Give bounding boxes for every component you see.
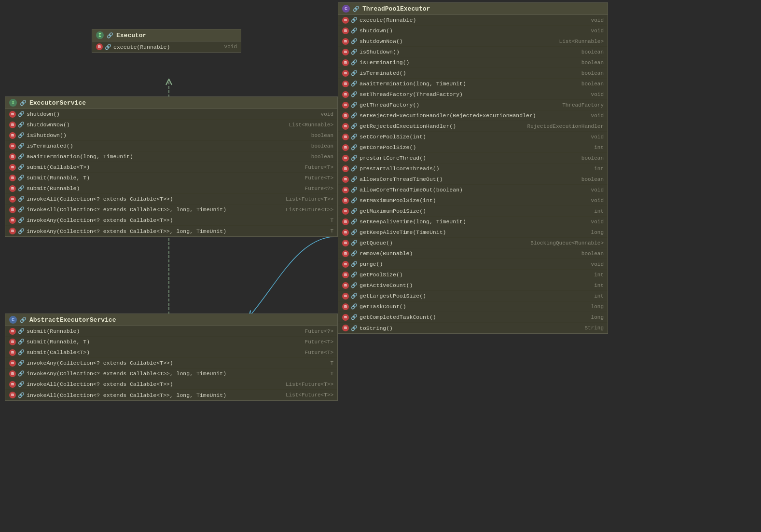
tpe-method-16: m 🔗 allowCoreThreadTimeOut(boolean) void bbox=[338, 185, 608, 195]
executorservice-title: ExecutorService bbox=[29, 99, 86, 107]
tpe-method-8: m 🔗 getThreadFactory() ThreadFactory bbox=[338, 100, 608, 110]
threadpoolexecutor-class-box: C 🔗 ThreadPoolExecutor m 🔗 execute(Runna… bbox=[338, 2, 608, 334]
tpe-method-14: m 🔗 prestartAllCoreThreads() int bbox=[338, 164, 608, 174]
tpe-method-15: m 🔗 allowsCoreThreadTimeOut() boolean bbox=[338, 174, 608, 185]
es-method-1: m 🔗 shutdownNow() List<Runnable> bbox=[5, 120, 337, 130]
tpe-method-27: m 🔗 getTaskCount() long bbox=[338, 301, 608, 312]
es-method-6: m 🔗 submit(Runnable, T) Future<T> bbox=[5, 173, 337, 183]
es-method-3: m 🔗 isTerminated() boolean bbox=[5, 141, 337, 151]
tpe-method-1: m 🔗 shutdown() void bbox=[338, 26, 608, 36]
tpe-method-12: m 🔗 getCorePoolSize() int bbox=[338, 142, 608, 153]
es-method-8: m 🔗 invokeAll(Collection<? extends Calla… bbox=[5, 194, 337, 205]
tpe-method-22: m 🔗 remove(Runnable) boolean bbox=[338, 248, 608, 259]
tpe-method-17: m 🔗 setMaximumPoolSize(int) void bbox=[338, 195, 608, 206]
tpe-method-3: m 🔗 isShutdown() boolean bbox=[338, 47, 608, 57]
threadpoolexecutor-header: C 🔗 ThreadPoolExecutor bbox=[338, 3, 608, 15]
aes-method-0: m 🔗 submit(Runnable) Future<?> bbox=[5, 326, 337, 337]
executor-method-return-0: void bbox=[224, 44, 237, 50]
abstractexecutorservice-title: AbstractExecutorService bbox=[29, 316, 116, 324]
aes-method-1: m 🔗 submit(Runnable, T) Future<T> bbox=[5, 337, 337, 347]
tpe-method-2: m 🔗 shutdownNow() List<Runnable> bbox=[338, 36, 608, 47]
tpe-method-28: m 🔗 getCompletedTaskCount() long bbox=[338, 312, 608, 323]
es-method-7: m 🔗 submit(Runnable) Future<?> bbox=[5, 183, 337, 194]
tpe-method-21: m 🔗 getQueue() BlockingQueue<Runnable> bbox=[338, 238, 608, 248]
aes-method-6: m 🔗 invokeAll(Collection<? extends Calla… bbox=[5, 390, 337, 400]
tpe-method-4: m 🔗 isTerminating() boolean bbox=[338, 57, 608, 68]
tpe-method-18: m 🔗 getMaximumPoolSize() int bbox=[338, 206, 608, 217]
tpe-method-20: m 🔗 getKeepAliveTime(TimeUnit) long bbox=[338, 227, 608, 238]
aes-method-5: m 🔗 invokeAll(Collection<? extends Calla… bbox=[5, 379, 337, 390]
tpe-method-23: m 🔗 purge() void bbox=[338, 259, 608, 270]
tpe-method-0: m 🔗 execute(Runnable) void bbox=[338, 15, 608, 26]
abstractexecutorservice-link-icon: 🔗 bbox=[20, 317, 27, 323]
executor-method-execute: m 🔗 execute(Runnable) void bbox=[92, 41, 241, 52]
executor-link-icon: 🔗 bbox=[107, 32, 113, 39]
tpe-method-26: m 🔗 getLargestPoolSize() int bbox=[338, 291, 608, 301]
executor-badge: I bbox=[96, 31, 104, 39]
es-method-9: m 🔗 invokeAll(Collection<? extends Calla… bbox=[5, 205, 337, 215]
tpe-method-10: m 🔗 getRejectedExecutionHandler() Reject… bbox=[338, 121, 608, 132]
es-method-11: m 🔗 invokeAny(Collection<? extends Calla… bbox=[5, 226, 337, 236]
aes-method-2: m 🔗 submit(Callable<T>) Future<T> bbox=[5, 347, 337, 358]
executor-title: Executor bbox=[116, 32, 146, 39]
tpe-method-11: m 🔗 setCorePoolSize(int) void bbox=[338, 132, 608, 142]
tpe-method-19: m 🔗 setKeepAliveTime(long, TimeUnit) voi… bbox=[338, 217, 608, 227]
executorservice-link-icon: 🔗 bbox=[20, 100, 27, 106]
tpe-method-9: m 🔗 setRejectedExecutionHandler(Rejected… bbox=[338, 110, 608, 121]
executor-class-box: I 🔗 Executor m 🔗 execute(Runnable) void bbox=[92, 29, 241, 53]
threadpoolexecutor-title: ThreadPoolExecutor bbox=[362, 5, 430, 13]
aes-method-4: m 🔗 invokeAny(Collection<? extends Calla… bbox=[5, 368, 337, 379]
abstractexecutorservice-header: C 🔗 AbstractExecutorService bbox=[5, 314, 337, 326]
executor-method-name-0: execute(Runnable) bbox=[113, 44, 219, 50]
tpe-method-13: m 🔗 prestartCoreThread() boolean bbox=[338, 153, 608, 164]
tpe-method-29: m 🔗 toString() String bbox=[338, 323, 608, 333]
executorservice-badge: I bbox=[9, 99, 17, 107]
es-method-0: m 🔗 shutdown() void bbox=[5, 109, 337, 120]
tpe-method-24: m 🔗 getPoolSize() int bbox=[338, 270, 608, 280]
es-method-2: m 🔗 isShutdown() boolean bbox=[5, 130, 337, 141]
executorservice-header: I 🔗 ExecutorService bbox=[5, 97, 337, 109]
tpe-method-7: m 🔗 setThreadFactory(ThreadFactory) void bbox=[338, 89, 608, 100]
executor-method-badge-0: m bbox=[96, 43, 103, 50]
tpe-method-6: m 🔗 awaitTermination(long, TimeUnit) boo… bbox=[338, 79, 608, 89]
aes-method-3: m 🔗 invokeAny(Collection<? extends Calla… bbox=[5, 358, 337, 368]
es-method-5: m 🔗 submit(Callable<T>) Future<T> bbox=[5, 162, 337, 173]
executor-header: I 🔗 Executor bbox=[92, 29, 241, 41]
threadpoolexecutor-link-icon: 🔗 bbox=[353, 6, 360, 12]
abstractexecutorservice-class-box: C 🔗 AbstractExecutorService m 🔗 submit(R… bbox=[5, 314, 338, 401]
executor-method-link-0: 🔗 bbox=[105, 44, 111, 50]
es-method-10: m 🔗 invokeAny(Collection<? extends Calla… bbox=[5, 215, 337, 226]
threadpoolexecutor-badge: C bbox=[342, 5, 350, 13]
tpe-method-25: m 🔗 getActiveCount() int bbox=[338, 280, 608, 291]
abstractexecutorservice-badge: C bbox=[9, 316, 17, 324]
diagram-canvas: I 🔗 Executor m 🔗 execute(Runnable) void … bbox=[0, 0, 761, 532]
es-method-4: m 🔗 awaitTermination(long, TimeUnit) boo… bbox=[5, 151, 337, 162]
tpe-method-5: m 🔗 isTerminated() boolean bbox=[338, 68, 608, 79]
executorservice-class-box: I 🔗 ExecutorService m 🔗 shutdown() void … bbox=[5, 96, 338, 237]
